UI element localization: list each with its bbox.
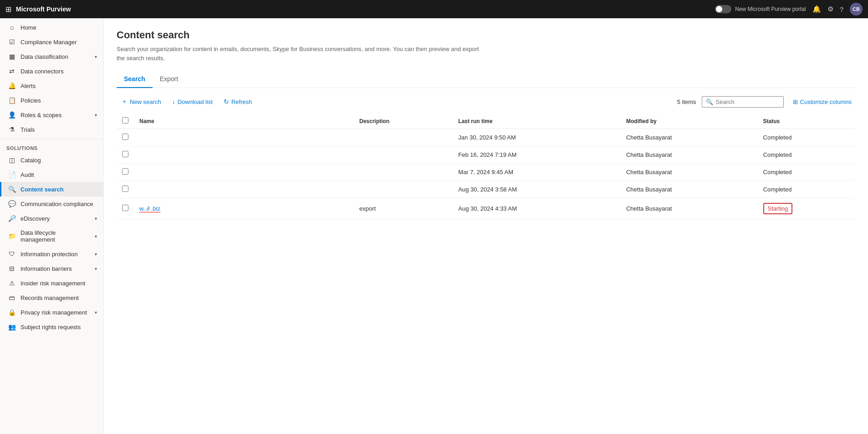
- chevron-down-icon: ▾: [95, 54, 97, 59]
- privacy-icon: 🔒: [8, 309, 16, 316]
- download-list-button[interactable]: ↓ Download list: [168, 96, 217, 108]
- row-modified-by: Chetta Busayarat: [621, 146, 758, 164]
- row-name[interactable]: w. ∂ .biz: [139, 205, 160, 212]
- col-status: Status: [758, 114, 855, 129]
- toggle-switch[interactable]: [715, 5, 731, 13]
- chevron-down-icon: ▾: [95, 252, 97, 257]
- roles-icon: 👤: [8, 111, 16, 119]
- row-name-cell: [134, 164, 354, 181]
- notifications-icon[interactable]: 🔔: [812, 5, 821, 13]
- records-icon: 🗃: [8, 294, 16, 301]
- search-icon: 🔍: [8, 186, 16, 193]
- audit-icon: 📄: [8, 171, 16, 178]
- row-checkbox[interactable]: [122, 151, 128, 157]
- topbar-right: New Microsoft Purview portal 🔔 ⚙ ? CB: [715, 3, 863, 16]
- row-description: [354, 181, 453, 198]
- policies-icon: 📋: [8, 97, 16, 104]
- sidebar-item-home[interactable]: ⌂ Home: [0, 20, 103, 35]
- row-checkbox-cell: [117, 164, 134, 181]
- row-last-run: Aug 30, 2024 4:33 AM: [453, 198, 621, 219]
- sidebar-item-catalog[interactable]: ◫ Catalog: [0, 153, 103, 167]
- row-name-cell: [134, 129, 354, 146]
- row-checkbox[interactable]: [122, 186, 128, 192]
- settings-icon[interactable]: ⚙: [827, 5, 833, 13]
- table-row: Aug 30, 2024 3:58 AMChetta BusayaratComp…: [117, 181, 855, 198]
- toolbar-right: 5 items 🔍 ⊞ Customize columns: [677, 96, 855, 108]
- row-last-run: Jan 30, 2024 9:50 AM: [453, 129, 621, 146]
- customize-columns-button[interactable]: ⊞ Customize columns: [789, 96, 855, 108]
- new-search-button[interactable]: ＋ New search: [117, 95, 166, 108]
- sidebar-nav: ⌂ Home ☑ Compliance Manager ▦ Data class…: [0, 18, 103, 336]
- sidebar-item-privacy-risk[interactable]: 🔒 Privacy risk management ▾: [0, 305, 103, 320]
- search-box[interactable]: 🔍: [702, 96, 784, 108]
- sidebar-item-policies[interactable]: 📋 Policies: [0, 93, 103, 108]
- sidebar-label-compliance: Compliance Manager: [20, 39, 77, 46]
- toggle-label: New Microsoft Purview portal: [735, 6, 806, 12]
- app-title: Microsoft Purview: [16, 5, 71, 13]
- refresh-icon: ↻: [224, 98, 229, 105]
- help-icon[interactable]: ?: [840, 5, 843, 13]
- table-row: Jan 30, 2024 9:50 AMChetta BusayaratComp…: [117, 129, 855, 146]
- status-badge: Starting: [763, 203, 793, 214]
- waffle-icon[interactable]: ⊞: [5, 5, 11, 14]
- row-checkbox-cell: [117, 146, 134, 164]
- barriers-icon: ⊟: [8, 265, 16, 272]
- sidebar-label-info-protection: Information protection: [20, 251, 78, 258]
- sidebar-item-comm-compliance[interactable]: 💬 Communication compliance: [0, 196, 103, 211]
- chevron-down-icon: ▾: [95, 310, 97, 315]
- sidebar-item-records-mgmt[interactable]: 🗃 Records management: [0, 290, 103, 305]
- row-last-run: Mar 7, 2024 9:45 AM: [453, 164, 621, 181]
- row-checkbox-cell: [117, 198, 134, 219]
- toolbar: ＋ New search ↓ Download list ↻ Refresh 5…: [117, 95, 855, 108]
- sidebar-item-info-protection[interactable]: 🛡 Information protection ▾: [0, 247, 103, 261]
- select-all-checkbox[interactable]: [122, 117, 128, 124]
- row-checkbox[interactable]: [122, 134, 128, 140]
- alerts-icon: 🔔: [8, 82, 16, 89]
- sidebar-label-connectors: Data connectors: [20, 68, 64, 75]
- sidebar-label-ediscovery: eDiscovery: [20, 215, 50, 222]
- row-status: Completed: [758, 181, 855, 198]
- sidebar-item-ediscovery[interactable]: 🔎 eDiscovery ▾: [0, 211, 103, 226]
- search-input[interactable]: [716, 98, 780, 105]
- lifecycle-icon: 📁: [8, 232, 16, 240]
- ediscovery-icon: 🔎: [8, 215, 16, 222]
- row-status: Starting: [758, 198, 855, 219]
- sidebar-item-roles-scopes[interactable]: 👤 Roles & scopes ▾: [0, 108, 103, 122]
- portal-toggle[interactable]: New Microsoft Purview portal: [715, 5, 806, 13]
- refresh-button[interactable]: ↻ Refresh: [219, 96, 257, 108]
- refresh-label: Refresh: [231, 98, 252, 105]
- table-row: w. ∂ .bizexportAug 30, 2024 4:33 AMChett…: [117, 198, 855, 219]
- sidebar-item-data-connectors[interactable]: ⇄ Data connectors: [0, 64, 103, 78]
- main-layout: ⌂ Home ☑ Compliance Manager ▦ Data class…: [0, 18, 868, 434]
- home-icon: ⌂: [8, 24, 16, 31]
- row-checkbox[interactable]: [122, 205, 128, 211]
- row-description: [354, 164, 453, 181]
- compliance-icon: ☑: [8, 38, 16, 46]
- sidebar-item-insider-risk[interactable]: ⚠ Insider risk management: [0, 276, 103, 290]
- sidebar-label-subject-rights: Subject rights requests: [20, 324, 81, 331]
- communication-icon: 💬: [8, 200, 16, 207]
- connectors-icon: ⇄: [8, 67, 16, 75]
- sidebar-item-compliance-manager[interactable]: ☑ Compliance Manager: [0, 35, 103, 49]
- row-modified-by: Chetta Busayarat: [621, 129, 758, 146]
- tab-search[interactable]: Search: [117, 72, 153, 88]
- sidebar-item-subject-rights[interactable]: 👥 Subject rights requests: [0, 320, 103, 334]
- sidebar-label-catalog: Catalog: [20, 157, 41, 164]
- sidebar-label-insider-risk: Insider risk management: [20, 280, 85, 287]
- user-avatar[interactable]: CB: [850, 3, 863, 16]
- sidebar-item-content-search[interactable]: 🔍 Content search: [0, 182, 103, 196]
- sidebar-item-data-classification[interactable]: ▦ Data classification ▾: [0, 49, 103, 64]
- table-body: Jan 30, 2024 9:50 AMChetta BusayaratComp…: [117, 129, 855, 219]
- tab-export[interactable]: Export: [153, 72, 185, 88]
- row-name-cell: [134, 146, 354, 164]
- table-row: Mar 7, 2024 9:45 AMChetta BusayaratCompl…: [117, 164, 855, 181]
- topbar: ⊞ Microsoft Purview New Microsoft Purvie…: [0, 0, 868, 18]
- sidebar-item-data-lifecycle[interactable]: 📁 Data lifecycle management ▾: [0, 226, 103, 247]
- sidebar-item-audit[interactable]: 📄 Audit: [0, 167, 103, 182]
- catalog-icon: ◫: [8, 156, 16, 164]
- sidebar-item-alerts[interactable]: 🔔 Alerts: [0, 78, 103, 93]
- row-checkbox[interactable]: [122, 168, 128, 175]
- sidebar-item-info-barriers[interactable]: ⊟ Information barriers ▾: [0, 261, 103, 276]
- row-status: Completed: [758, 164, 855, 181]
- sidebar-item-trials[interactable]: ⚗ Trials: [0, 122, 103, 137]
